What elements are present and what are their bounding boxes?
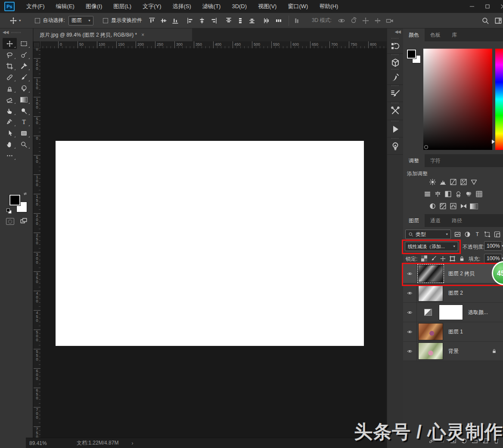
auto-select-checkbox[interactable]	[35, 18, 40, 23]
black-white-adjustment-icon[interactable]	[444, 190, 452, 198]
dock-grip[interactable]	[391, 138, 399, 139]
brushes-panel-icon[interactable]	[390, 72, 401, 83]
healing-tool[interactable]	[3, 72, 17, 83]
menu-item[interactable]: 文字(Y)	[137, 0, 167, 13]
stamp-tool[interactable]	[3, 83, 17, 94]
marquee-tool[interactable]	[17, 38, 31, 49]
slide-3d-icon[interactable]	[374, 17, 382, 25]
lock-transparent-icon[interactable]	[421, 255, 427, 261]
eyedropper-tool[interactable]	[17, 60, 31, 72]
layers-tab[interactable]: 通道	[425, 214, 446, 227]
eye-icon[interactable]	[406, 310, 413, 315]
pan-3d-icon[interactable]	[362, 17, 369, 25]
lock-position-icon[interactable]	[440, 255, 446, 262]
color-lookup-adjustment-icon[interactable]	[475, 190, 483, 198]
align-hcenter-icon[interactable]	[198, 17, 206, 25]
dock-grip[interactable]	[391, 69, 399, 70]
screen-mode-button[interactable]	[19, 217, 28, 225]
visibility-cell[interactable]	[403, 283, 417, 303]
visibility-cell[interactable]	[403, 303, 417, 322]
tool-preset-chevron-icon[interactable]: ▾	[19, 19, 21, 22]
align-right-icon[interactable]	[210, 17, 217, 25]
type-tool[interactable]: T	[17, 116, 31, 128]
align-vcenter-icon[interactable]	[160, 17, 168, 25]
adjustments-tab[interactable]: 调整	[403, 154, 425, 167]
canvas-viewport[interactable]	[40, 48, 387, 438]
zoom-tool[interactable]	[17, 139, 31, 150]
menu-item[interactable]: 选择(S)	[167, 0, 196, 13]
gradient-tool[interactable]	[17, 94, 31, 105]
saturation-cursor[interactable]	[424, 145, 428, 149]
shape-layer-filter-icon[interactable]	[484, 231, 491, 238]
path-select-tool[interactable]	[3, 128, 17, 139]
adjustment-layer-icon[interactable]	[424, 309, 432, 316]
layer-row[interactable]: 选取颜...	[403, 303, 503, 322]
lock-artboard-icon[interactable]	[449, 255, 456, 262]
layer-name[interactable]: 选取颜...	[468, 309, 488, 316]
panel-foreground-swatch[interactable]	[407, 50, 416, 59]
color-tab[interactable]: 颜色	[403, 28, 425, 41]
smart-object-filter-icon[interactable]	[494, 231, 501, 238]
channel-mixer-adjustment-icon[interactable]	[465, 190, 473, 198]
camera-3d-icon[interactable]	[386, 17, 394, 25]
gradient-map-adjustment-icon[interactable]	[460, 202, 468, 210]
curves-adjustment-icon[interactable]	[449, 178, 457, 186]
layer-name[interactable]: 背景	[448, 348, 459, 355]
layer-row[interactable]: 图层 2	[403, 283, 503, 303]
lasso-tool[interactable]	[3, 49, 17, 60]
visibility-cell[interactable]	[403, 342, 417, 361]
vibrance-adjustment-icon[interactable]	[470, 178, 478, 186]
dock-grip[interactable]	[391, 85, 399, 86]
brush-settings-panel-icon[interactable]	[390, 89, 401, 99]
menu-item[interactable]: 帮助(H)	[314, 0, 344, 13]
adjustment-layer-filter-icon[interactable]	[464, 231, 471, 238]
smudge-tool[interactable]	[3, 105, 17, 116]
distribute-columns-icon[interactable]	[293, 17, 301, 25]
color-balance-adjustment-icon[interactable]	[434, 190, 442, 198]
menu-item[interactable]: 编辑(E)	[50, 0, 80, 13]
visibility-cell[interactable]	[403, 322, 417, 342]
opacity-field[interactable]: 100%▾	[484, 241, 502, 251]
saturation-picker[interactable]	[423, 49, 492, 150]
brightness-adjustment-icon[interactable]	[428, 178, 437, 186]
dodge-tool[interactable]	[17, 105, 31, 116]
dock-grip[interactable]	[391, 103, 399, 103]
learn-panel-icon[interactable]	[390, 141, 401, 152]
auto-select-dropdown[interactable]: 图层▾	[68, 16, 93, 25]
dist-vcenter-icon[interactable]	[236, 17, 244, 25]
foreground-color-swatch[interactable]	[9, 195, 20, 205]
minimize-icon[interactable]	[469, 3, 475, 9]
pen-tool[interactable]	[3, 116, 17, 128]
menu-item[interactable]: 3D(D)	[226, 0, 252, 13]
dist-top-icon[interactable]	[225, 17, 233, 25]
hand-tool[interactable]	[3, 139, 17, 150]
eye-icon[interactable]	[406, 348, 413, 354]
quick-select-tool[interactable]	[17, 49, 31, 60]
menu-item[interactable]: 窗口(W)	[282, 0, 314, 13]
menu-item[interactable]: 视图(V)	[252, 0, 282, 13]
levels-adjustment-icon[interactable]	[439, 178, 447, 186]
restore-icon[interactable]	[484, 3, 491, 9]
crop-tool[interactable]	[3, 60, 17, 72]
menu-item[interactable]: 文件(F)	[21, 0, 50, 13]
actions-panel-icon[interactable]	[390, 124, 401, 134]
layers-tab[interactable]: 图层	[403, 214, 425, 227]
hue-slider-cursor[interactable]	[492, 140, 495, 144]
photo-filter-adjustment-icon[interactable]	[454, 190, 463, 198]
eye-icon[interactable]	[406, 329, 413, 335]
type-layer-filter-icon[interactable]: T	[474, 231, 481, 238]
history-panel-icon[interactable]	[390, 41, 401, 52]
align-bottom-icon[interactable]	[171, 17, 179, 25]
search-icon[interactable]	[481, 17, 489, 25]
layer-mask-thumbnail[interactable]	[439, 305, 463, 320]
roll-3d-icon[interactable]	[350, 17, 357, 25]
align-top-icon[interactable]	[148, 17, 156, 25]
exposure-adjustment-icon[interactable]	[460, 178, 468, 186]
eye-icon[interactable]	[406, 290, 413, 296]
eraser-tool[interactable]	[3, 94, 17, 105]
expand-panels-icon[interactable]: ◀◀	[395, 29, 401, 34]
document-canvas[interactable]	[56, 141, 364, 346]
pixel-layer-filter-icon[interactable]	[454, 231, 461, 238]
show-transform-checkbox[interactable]	[103, 18, 108, 23]
dist-hcenter-icon[interactable]	[275, 17, 283, 25]
